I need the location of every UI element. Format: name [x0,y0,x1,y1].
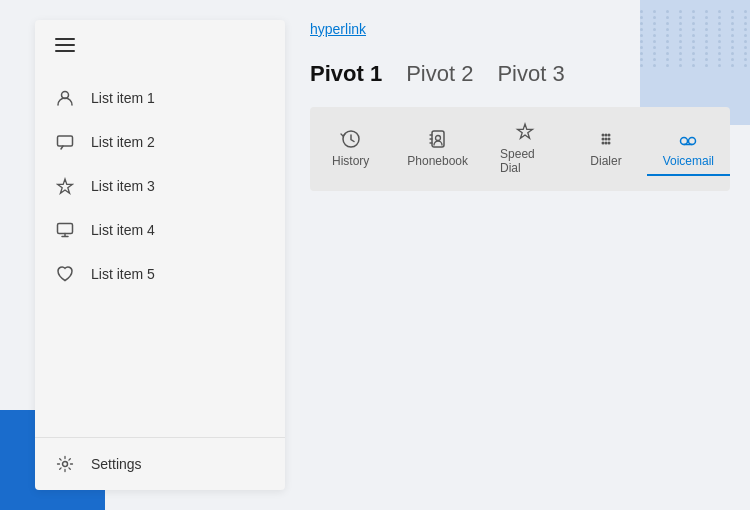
tab-speed-dial-label: Speed Dial [500,147,549,175]
sidebar-item-3-label: List item 3 [91,178,155,194]
person-icon [55,88,75,108]
dialer-icon [595,128,617,150]
tab-voicemail[interactable]: Voicemail [647,122,730,176]
svg-point-11 [607,138,610,141]
sidebar: List item 1 List item 2 List item 3 [35,20,285,490]
sidebar-item-2-label: List item 2 [91,134,155,150]
hamburger-menu-button[interactable] [55,38,265,52]
main-content: hyperlink Pivot 1 Pivot 2 Pivot 3 Histor… [310,20,730,490]
tab-speed-dial[interactable]: Speed Dial [484,115,565,183]
sidebar-nav: List item 1 List item 2 List item 3 [35,68,285,437]
sidebar-item-5[interactable]: List item 5 [35,252,285,296]
settings-item[interactable]: Settings [55,454,265,474]
tab-dialer[interactable]: Dialer [565,122,646,176]
sidebar-footer: Settings [35,437,285,490]
voicemail-icon [677,128,699,150]
star-icon [55,176,75,196]
settings-label: Settings [91,456,142,472]
sidebar-item-2[interactable]: List item 2 [35,120,285,164]
tab-bar: History Phonebook Speed Dial [310,107,730,191]
pivot-1[interactable]: Pivot 1 [310,61,382,87]
svg-point-12 [601,142,604,145]
tab-dialer-label: Dialer [590,154,621,168]
svg-point-13 [604,142,607,145]
pivot-2[interactable]: Pivot 2 [406,61,473,87]
hyperlink[interactable]: hyperlink [310,21,366,37]
pivot-3[interactable]: Pivot 3 [497,61,564,87]
hamburger-line-1 [55,38,75,40]
desktop-icon [55,220,75,240]
speed-dial-icon [514,121,536,143]
sidebar-item-4[interactable]: List item 4 [35,208,285,252]
settings-icon [55,454,75,474]
sidebar-item-1[interactable]: List item 1 [35,76,285,120]
phonebook-icon [427,128,449,150]
svg-rect-2 [58,224,73,234]
tab-voicemail-label: Voicemail [663,154,714,168]
sidebar-item-3[interactable]: List item 3 [35,164,285,208]
chat-icon [55,132,75,152]
tab-phonebook[interactable]: Phonebook [391,122,484,176]
svg-point-5 [435,136,440,141]
tab-history[interactable]: History [310,122,391,176]
sidebar-item-5-label: List item 5 [91,266,155,282]
hamburger-line-3 [55,50,75,52]
pivot-nav: Pivot 1 Pivot 2 Pivot 3 [310,61,730,87]
tab-history-label: History [332,154,369,168]
svg-point-15 [681,138,688,145]
sidebar-header [35,20,285,68]
svg-point-10 [604,138,607,141]
tab-phonebook-label: Phonebook [407,154,468,168]
svg-point-14 [607,142,610,145]
svg-point-6 [601,134,604,137]
svg-point-9 [601,138,604,141]
history-icon [340,128,362,150]
sidebar-item-1-label: List item 1 [91,90,155,106]
hamburger-line-2 [55,44,75,46]
svg-point-3 [63,462,68,467]
svg-point-16 [689,138,696,145]
svg-point-7 [604,134,607,137]
sidebar-item-4-label: List item 4 [91,222,155,238]
heart-icon [55,264,75,284]
svg-rect-1 [58,136,73,146]
svg-point-8 [607,134,610,137]
